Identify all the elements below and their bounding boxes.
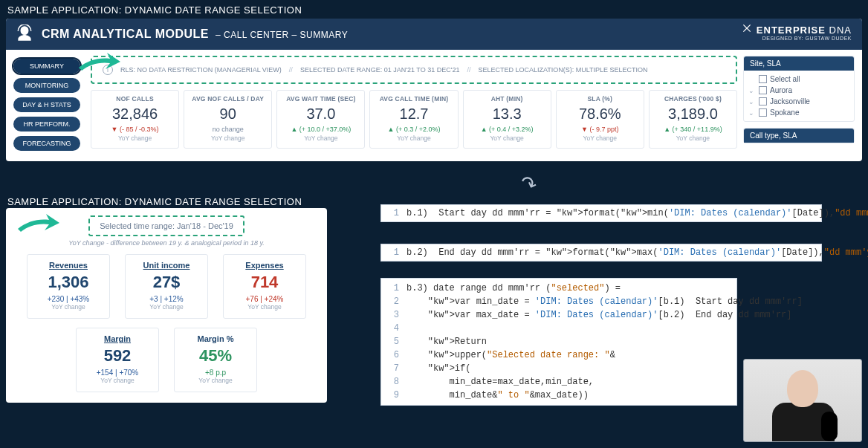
tab-day-h-stats[interactable]: DAY & H STATS [13,97,80,112]
bl-kpi-value: 714 [228,273,301,292]
checkbox-icon[interactable] [759,97,767,105]
filter-sep-2: // [467,66,470,74]
bl-kpi-value: 27$ [130,273,203,292]
selected-range-label: Selected time range: [100,221,175,230]
kpi-delta: ▲ (+ 340 / +11.9%) [652,126,733,133]
brand-designer: DESIGNED BY: GUSTAW DUDEK [742,36,852,41]
bl-kpi-title: Unit income [130,261,203,270]
kpi-card[interactable]: NOF CALLS32,846▼ (- 85 / -0.3%)YoY chang… [91,90,179,149]
bl-row-2: Margin592+154 | +70%YoY changeMargin %45… [16,328,317,392]
code-panel-b2: 1b.2) End day dd mmm'rr = "kw">format("k… [380,244,822,262]
kpi-yoy-label: YoY change [373,134,454,142]
kpi-card[interactable]: CHARGES ('000 $)3,189.0▲ (+ 340 / +11.9%… [649,90,737,149]
brand-strong: ENTERPRISE [757,25,826,36]
kpi-yoy-label: YoY change [652,134,733,142]
checkbox-icon[interactable] [759,86,767,94]
bl-kpi-card[interactable]: Margin %45%+8 p.pYoY change [174,328,257,392]
site-row[interactable]: ⌄ Aurora [748,85,849,96]
bl-kpi-card[interactable]: Expenses714+76 | +24%YoY change [223,254,306,319]
bl-kpi-yoy: YoY change [81,377,154,384]
selected-range-value: Jan'18 - Dec'19 [177,221,233,230]
bl-kpi-value: 45% [179,346,252,366]
kpi-value: 32,846 [94,105,175,123]
filter-strip: i RLS: NO DATA RESTRICTION (MANAGERIAL V… [91,56,737,84]
section-title-top: SAMPLE APPLICATION: DYNAMIC DATE RANGE S… [0,0,868,19]
kpi-title: NOF CALLS [94,95,175,103]
tab-summary[interactable]: SUMMARY [13,59,80,74]
tab-hr-perform[interactable]: HR PERFORM. [13,117,80,132]
site-row[interactable]: ⌄ Spokane [748,107,849,118]
kpi-delta: ▼ (- 9.7 ppt) [560,126,641,133]
kpi-title: AVG CALL TIME (MIN) [373,95,454,103]
kpi-title: CHARGES ('000 $) [652,95,733,103]
site-row[interactable]: ⌄ Jacksonville [748,96,849,107]
crm-title-main: CRM ANALYTICAL MODULE [42,27,209,40]
bl-kpi-delta: +154 | +70% [81,369,154,377]
bl-kpi-yoy: YoY change [228,303,301,311]
bl-kpi-delta: +76 | +24% [228,295,301,303]
bl-kpi-yoy: YoY change [130,303,203,311]
filter-sep-1: // [289,66,293,74]
bl-kpi-yoy: YoY change [32,303,105,311]
select-all-label: Select all [770,75,800,83]
right-filter-col: Site, SLA Select all ⌄ Aurora ⌄ Jacksonv… [743,56,855,154]
kpi-yoy-label: YoY change [94,134,175,142]
kpi-card[interactable]: SLA (%)78.6%▼ (- 9.7 ppt)YoY change [556,90,644,149]
kpi-value: 12.7 [373,105,454,123]
kpi-yoy-label: YoY change [280,134,361,142]
kpi-yoy-label: YoY change [467,134,548,142]
code-panel-b3: 1b.3) date range dd mmm'rr ("selected") … [380,278,737,406]
bl-kpi-card[interactable]: Margin592+154 | +70%YoY change [76,328,159,392]
kpi-title: AVG WAIT TIME (SEC) [280,95,361,103]
filter-date-range: SELECTED DATE RANGE: 01 JAN'21 TO 31 DEC… [300,66,460,74]
chevron-down-icon[interactable]: ⌄ [748,87,756,94]
kpi-card[interactable]: AVG NOF CALLS / DAY90no changeYoY change [184,90,272,149]
yoy-caption: YoY change - difference between 19 y. & … [16,239,317,247]
bl-kpi-title: Margin [81,334,154,343]
bl-kpi-title: Margin % [179,334,252,343]
selected-range-strip: Selected time range: Jan'18 - Dec'19 [88,215,244,236]
crm-title-sub: – CALL CENTER – SUMMARY [216,30,348,40]
kpi-value: 37.0 [280,105,361,123]
kpi-delta: ▲ (+ 0.3 / +2.0%) [373,126,454,133]
code-panel-b1: 1b.1) Start day dd mmm'rr = "kw">format(… [380,204,822,222]
chevron-down-icon[interactable]: ⌄ [748,98,756,105]
kpi-card[interactable]: AHT (MIN)13.3▲ (+ 0.4 / +3.2%)YoY change [463,90,551,149]
filter-calltype-sla: Call type, SLA [743,128,855,143]
tab-monitoring[interactable]: MONITORING [13,78,80,93]
filter-localization: SELECTED LOCALIZATION(S): MULTIPLE SELEC… [478,66,647,74]
kpi-yoy-label: YoY change [187,134,268,142]
kpi-value: 13.3 [467,105,548,123]
checkbox-icon[interactable] [759,75,767,83]
kpi-card[interactable]: AVG CALL TIME (MIN)12.7▲ (+ 0.3 / +2.0%)… [369,90,458,149]
filter-site-head: Site, SLA [744,56,854,71]
crm-header: CRM ANALYTICAL MODULE – CALL CENTER – SU… [6,19,862,50]
kpi-card[interactable]: AVG WAIT TIME (SEC)37.0▲ (+ 10.0 / +37.0… [276,90,365,149]
agent-icon [15,25,34,44]
bl-kpi-title: Revenues [32,261,105,270]
kpi-value: 78.6% [560,105,641,123]
flow-arrow-icon: ↷ [516,170,540,198]
site-label: Aurora [770,86,792,94]
kpi-title: AHT (MIN) [467,95,548,103]
dna-icon [742,23,752,36]
kpi-yoy-label: YoY change [560,134,641,142]
bl-kpi-yoy: YoY change [179,377,252,384]
bl-kpi-delta: +8 p.p [179,369,252,377]
kpi-title: AVG NOF CALLS / DAY [187,95,268,103]
tab-forecasting[interactable]: FORECASTING [13,136,80,151]
pointer-arrow-icon [16,208,61,238]
kpi-value: 3,189.0 [652,105,733,123]
bl-kpi-delta: +3 | +12% [130,295,203,303]
bl-kpi-card[interactable]: Unit income27$+3 | +12%YoY change [125,254,208,319]
checkbox-icon[interactable] [759,108,767,117]
bl-kpi-card[interactable]: Revenues1,306+230 | +43%YoY change [27,254,110,319]
bottom-left-panel: Selected time range: Jan'18 - Dec'19 YoY… [6,208,327,403]
kpi-title: SLA (%) [560,95,641,103]
select-all-row[interactable]: Select all [748,74,849,85]
kpi-delta: ▼ (- 85 / -0.3%) [94,126,175,133]
kpi-delta: no change [187,126,268,133]
bl-kpi-value: 1,306 [32,273,105,292]
bl-row-1: Revenues1,306+230 | +43%YoY changeUnit i… [16,254,317,319]
chevron-down-icon[interactable]: ⌄ [748,109,756,117]
